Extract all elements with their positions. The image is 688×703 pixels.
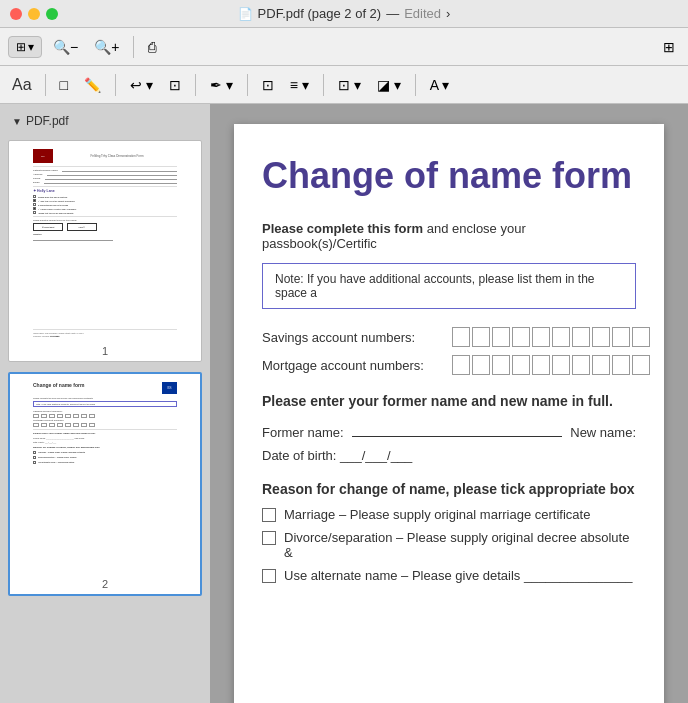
select-tool-button[interactable]: □ xyxy=(55,74,73,96)
mortgage-label: Mortgage account numbers: xyxy=(262,358,442,373)
checkbox-divorce[interactable] xyxy=(262,531,276,545)
savings-cell-3[interactable] xyxy=(492,327,510,347)
reason-option-2: Divorce/separation – Please supply origi… xyxy=(262,530,636,560)
thumb2-savings-cells xyxy=(33,414,177,418)
thumb2-reason-3: Use alternate name – Please give details xyxy=(33,461,177,464)
savings-cell-5[interactable] xyxy=(532,327,550,347)
mortgage-cell-1[interactable] xyxy=(452,355,470,375)
sidebar-toggle-button[interactable]: ⊞ ▾ xyxy=(8,36,42,58)
zoom-out-button[interactable]: 🔍− xyxy=(48,36,83,58)
thumb1-signature: Signature xyxy=(33,233,177,241)
zoom-in-icon: 🔍+ xyxy=(94,39,119,55)
account-section: Savings account numbers: xyxy=(262,327,636,375)
lines-tool-button[interactable]: ≡ ▾ xyxy=(285,74,314,96)
more-options-button[interactable]: ⊞ xyxy=(658,36,680,58)
share-button[interactable]: ⎙ xyxy=(143,36,161,58)
savings-cell-6[interactable] xyxy=(552,327,570,347)
sidebar-collapse-icon[interactable]: ▼ xyxy=(12,116,22,127)
checkbox-alternate[interactable] xyxy=(262,569,276,583)
document-title: Change of name form xyxy=(262,154,636,197)
sign-chevron: ▾ xyxy=(226,77,233,93)
thumb2-divider xyxy=(33,429,177,430)
title-chevron: › xyxy=(446,6,450,21)
thumb-content-1: BS Felldng Trhy Class Demonstration Form… xyxy=(29,145,181,341)
checkbox-marriage[interactable] xyxy=(262,508,276,522)
separator-6 xyxy=(323,74,324,96)
title-filename: PDF.pdf (page 2 of 2) xyxy=(258,6,382,21)
main-area: ▼ PDF.pdf BS Felldng Trhy Class Demonstr… xyxy=(0,104,688,703)
savings-cell-7[interactable] xyxy=(572,327,590,347)
insert-chevron: ▾ xyxy=(146,77,153,93)
dob-row: Date of birth: ___/___/___ xyxy=(262,448,636,463)
thumb1-row-3: Phone: xyxy=(33,177,177,180)
reason-1-text: Marriage – Please supply original marria… xyxy=(284,507,590,522)
minimize-button[interactable] xyxy=(28,8,40,20)
thumb1-content: BS Felldng Trhy Class Demonstration Form… xyxy=(29,145,181,247)
sidebar-chevron-icon: ▾ xyxy=(28,40,34,54)
thumb2-reason-title: Reason for change of name, please tick a… xyxy=(33,446,177,449)
mortgage-cell-10[interactable] xyxy=(632,355,650,375)
stamp-tool-button[interactable]: ⊡ xyxy=(164,74,186,96)
thumb1-checkboxes: Please leave this field if solutions ✓ w… xyxy=(33,195,177,214)
thumb1-footer: Head Office: The Orchards | Green Street… xyxy=(33,329,177,337)
separator-1 xyxy=(133,36,134,58)
page-thumbnail-1[interactable]: BS Felldng Trhy Class Demonstration Form… xyxy=(8,140,202,362)
savings-cell-1[interactable] xyxy=(452,327,470,347)
page-layout-button[interactable]: ⊡ xyxy=(257,74,279,96)
zoom-in-button[interactable]: 🔍+ xyxy=(89,36,124,58)
window-controls[interactable] xyxy=(10,8,58,20)
new-name-label: New name: xyxy=(570,425,636,440)
intro-bold: Please complete this form xyxy=(262,221,423,236)
separator-4 xyxy=(195,74,196,96)
thumb1-row-2: Address: xyxy=(33,173,177,176)
reason-title: Reason for change of name, please tick a… xyxy=(262,481,636,497)
mortgage-cell-8[interactable] xyxy=(592,355,610,375)
sign-icon: ✒ xyxy=(210,77,222,93)
page-thumbnail-2[interactable]: Change of name form BS Please complete t… xyxy=(8,372,202,596)
color-tool-button[interactable]: ◪ ▾ xyxy=(372,74,406,96)
savings-cell-2[interactable] xyxy=(472,327,490,347)
savings-label: Savings account numbers: xyxy=(262,330,442,345)
savings-cell-8[interactable] xyxy=(592,327,610,347)
thumb2-dob: Date of birth: ___/___/___ xyxy=(33,441,177,443)
text-tool-button[interactable]: Aa xyxy=(8,74,36,96)
font-tool-button[interactable]: A ▾ xyxy=(425,74,454,96)
savings-cells xyxy=(452,327,650,347)
mortgage-cell-7[interactable] xyxy=(572,355,590,375)
former-name-line[interactable] xyxy=(352,421,563,437)
mortgage-cell-6[interactable] xyxy=(552,355,570,375)
thumb2-reason-2: Divorce/separation – Please supply origi… xyxy=(33,456,177,459)
mortgage-cell-9[interactable] xyxy=(612,355,630,375)
close-button[interactable] xyxy=(10,8,22,20)
thumb1-divider xyxy=(33,166,177,167)
color-chevron: ▾ xyxy=(394,77,401,93)
separator-5 xyxy=(247,74,248,96)
reason-option-1: Marriage – Please supply original marria… xyxy=(262,507,636,522)
note-box: Note: If you have additional accounts, p… xyxy=(262,263,636,309)
color-icon: ◪ xyxy=(377,77,390,93)
mortgage-cell-2[interactable] xyxy=(472,355,490,375)
title-separator: — xyxy=(386,6,399,21)
pencil-icon: ✏️ xyxy=(84,77,101,93)
document-intro: Please complete this form and enclose yo… xyxy=(262,221,636,251)
insert-tool-button[interactable]: ↩ ▾ xyxy=(125,74,158,96)
thumb2-mortgage-cells xyxy=(33,423,177,427)
savings-cell-9[interactable] xyxy=(612,327,630,347)
sign-tool-button[interactable]: ✒ ▾ xyxy=(205,74,238,96)
savings-cell-10[interactable] xyxy=(632,327,650,347)
savings-row: Savings account numbers: xyxy=(262,327,636,347)
savings-cell-4[interactable] xyxy=(512,327,530,347)
pdf-icon: 📄 xyxy=(238,7,253,21)
mortgage-cell-4[interactable] xyxy=(512,355,530,375)
thumb1-logo-box: BS xyxy=(33,149,53,163)
border-tool-button[interactable]: ⊡ ▾ xyxy=(333,74,366,96)
border-icon: ⊡ xyxy=(338,77,350,93)
pencil-tool-button[interactable]: ✏️ xyxy=(79,74,106,96)
maximize-button[interactable] xyxy=(46,8,58,20)
mortgage-cell-5[interactable] xyxy=(532,355,550,375)
thumb2-content: Change of name form BS Please complete t… xyxy=(29,378,181,468)
sidebar-header: ▼ PDF.pdf xyxy=(8,112,202,130)
mortgage-cell-3[interactable] xyxy=(492,355,510,375)
document-area[interactable]: Change of name form Please complete this… xyxy=(210,104,688,703)
stamp-icon: ⊡ xyxy=(169,77,181,93)
